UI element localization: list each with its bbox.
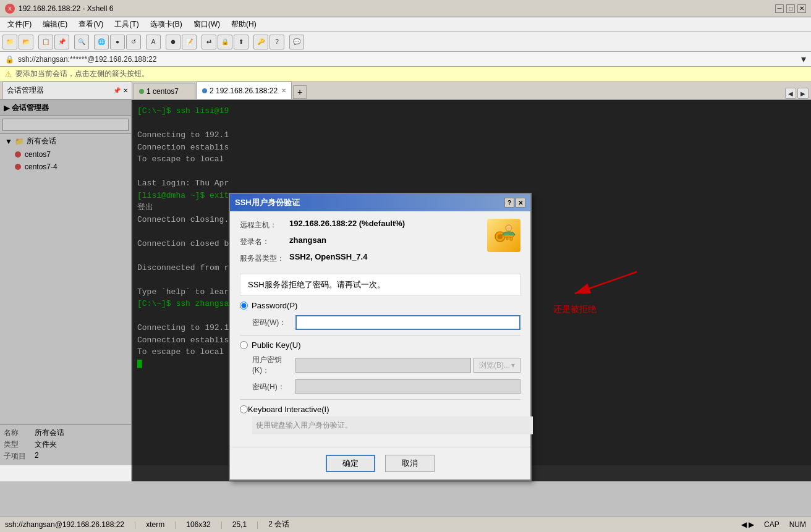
- tab-prev[interactable]: ◀: [785, 88, 796, 99]
- tab-192[interactable]: 2 192.168.26.188:22 ✕: [197, 82, 292, 99]
- dialog-close-button[interactable]: ✕: [516, 198, 525, 208]
- dialog-userkey-field-row: 用户密钥(K)： 浏览(B)... ▾: [252, 355, 520, 376]
- status-caps: CAP: [764, 520, 779, 529]
- menu-tools[interactable]: 工具(T): [109, 18, 143, 31]
- toolbar-transfer[interactable]: ⇄: [202, 35, 216, 49]
- toolbar-copy[interactable]: 📋: [38, 35, 53, 49]
- dialog-keyboard-radio-row: Keyboard Interactive(I): [240, 405, 520, 414]
- address-text: ssh://zhangsan:******@192.168.26.188:22: [18, 55, 156, 64]
- svg-point-5: [506, 225, 512, 231]
- dialog-browse-button[interactable]: 浏览(B)... ▾: [473, 358, 520, 373]
- menu-tabs[interactable]: 选项卡(B): [145, 18, 187, 31]
- toolbar-upload[interactable]: ⬆: [234, 35, 248, 49]
- toolbar-sftp[interactable]: 🔒: [218, 35, 232, 49]
- tab-next[interactable]: ▶: [797, 88, 809, 99]
- dialog-buttons: ? ✕: [504, 198, 525, 208]
- dialog-pubkey-section: Public Key(U) 用户密钥(K)： 浏览(B)... ▾ 密码(H)：: [240, 340, 520, 394]
- menu-file[interactable]: 文件(F): [2, 18, 36, 31]
- dialog-passphrase-input: [295, 379, 520, 394]
- tab-dot: [139, 89, 144, 94]
- dialog-error-bar: SSH服务器拒绝了密码。请再试一次。: [240, 274, 520, 296]
- dialog-password-radio-row: Password(P): [240, 301, 520, 310]
- dialog-remote-host-row: 远程主机： 192.168.26.188:22 (%default%): [240, 219, 487, 230]
- window-controls: ─ □ ✕: [775, 4, 806, 13]
- dialog-cancel-button[interactable]: 取消: [385, 455, 435, 472]
- toolbar-new[interactable]: 📁: [2, 35, 17, 49]
- tab-nav-buttons: ◀ ▶: [785, 88, 809, 99]
- toolbar-search[interactable]: 🔍: [74, 35, 89, 49]
- menu-bar: 文件(F) 编辑(E) 查看(V) 工具(T) 选项卡(B) 窗口(W) 帮助(…: [0, 17, 811, 32]
- status-nav-right[interactable]: ▶: [749, 520, 754, 529]
- minimize-button[interactable]: ─: [775, 4, 784, 13]
- dialog-divider-1: [240, 335, 520, 336]
- dialog-service-type-row: 服务器类型： SSH2, OpenSSH_7.4: [240, 252, 487, 264]
- dialog-body: 远程主机： 192.168.26.188:22 (%default%) 登录名：…: [230, 211, 530, 447]
- toolbar-connect[interactable]: 🌐: [94, 35, 109, 49]
- svg-point-1: [498, 234, 503, 239]
- toolbar-disconnect[interactable]: ●: [110, 35, 125, 49]
- tab-dot: [202, 88, 207, 93]
- dialog-footer: 确定 取消: [230, 447, 530, 479]
- dialog-avatar: [487, 219, 520, 252]
- session-panel-close[interactable]: ✕: [123, 87, 128, 94]
- session-panel-pin[interactable]: 📌: [113, 87, 121, 94]
- dialog-divider-2: [240, 399, 520, 400]
- toolbar-rec[interactable]: ⏺: [166, 35, 180, 49]
- tab-label: 2 192.168.26.188:22: [210, 87, 278, 95]
- status-terminal-type: xterm: [146, 520, 164, 529]
- dialog-ok-button[interactable]: 确定: [326, 455, 375, 472]
- menu-edit[interactable]: 编辑(E): [38, 18, 72, 31]
- tab-close-button[interactable]: ✕: [281, 87, 286, 94]
- address-bar: 🔒 ssh://zhangsan:******@192.168.26.188:2…: [0, 52, 811, 67]
- toolbar-paste[interactable]: 📌: [54, 35, 69, 49]
- svg-rect-3: [510, 237, 512, 240]
- toolbar-key[interactable]: 🔑: [253, 35, 268, 49]
- dialog-keyboard-radio[interactable]: [240, 405, 248, 413]
- modal-overlay: SSH用户身份验证 ? ✕ 远程主机： 192.168.26.188:22 (%…: [0, 100, 811, 465]
- dialog-pubkey-radio[interactable]: [240, 341, 248, 349]
- tab-add-button[interactable]: +: [293, 85, 307, 99]
- address-dropdown[interactable]: ▾: [801, 53, 806, 65]
- dialog-remote-host-value: 192.168.26.188:22 (%default%): [289, 219, 405, 228]
- status-position: 25,1: [232, 520, 247, 529]
- close-button[interactable]: ✕: [797, 4, 806, 13]
- toolbar-reconnect[interactable]: ↺: [126, 35, 141, 49]
- status-bar: ssh://zhangsan@192.168.26.188:22 | xterm…: [0, 516, 811, 532]
- menu-view[interactable]: 查看(V): [74, 18, 108, 31]
- dialog-password-radio[interactable]: [240, 302, 248, 310]
- tab-centos7[interactable]: 1 centos7: [134, 83, 195, 99]
- title-bar: X 192.168.26.188:22 - Xshell 6 ─ □ ✕: [0, 0, 811, 17]
- toolbar-help[interactable]: ?: [270, 35, 284, 49]
- toolbar-script[interactable]: 📝: [182, 35, 197, 49]
- dialog-service-type-value: SSH2, OpenSSH_7.4: [289, 252, 367, 261]
- toolbar-open[interactable]: 📂: [19, 35, 33, 49]
- window-title: 192.168.26.188:22 - Xshell 6: [19, 4, 775, 13]
- dialog-keyboard-section: Keyboard Interactive(I) 使用键盘输入用户身份验证。: [240, 405, 520, 434]
- svg-rect-4: [506, 237, 508, 240]
- dialog-title: SSH用户身份验证: [235, 197, 504, 208]
- hint-text: 要添加当前会话，点击左侧的箭头按钮。: [15, 69, 149, 79]
- session-panel-tab[interactable]: 会话管理器 📌 ✕: [2, 82, 132, 99]
- dialog-userkey-input: [295, 358, 471, 373]
- dialog-password-section: Password(P) 密码(W)：: [240, 301, 520, 330]
- toolbar-chat[interactable]: 💬: [289, 35, 304, 49]
- status-connection: ssh://zhangsan@192.168.26.188:22: [5, 520, 124, 529]
- dialog-username-value: zhangsan: [289, 235, 326, 245]
- dialog-password-field-row: 密码(W)：: [252, 315, 520, 330]
- dialog-password-input[interactable]: [295, 315, 520, 330]
- dialog-passphrase-label: 密码(H)：: [252, 382, 295, 392]
- dialog-username-row: 登录名： zhangsan: [240, 235, 487, 247]
- dialog-help-button[interactable]: ?: [504, 198, 514, 208]
- session-panel-title: 会话管理器: [7, 85, 111, 96]
- dialog-error-text: SSH服务器拒绝了密码。请再试一次。: [248, 280, 385, 289]
- browse-dropdown-icon: ▾: [511, 361, 515, 369]
- hint-bar: ⚠ 要添加当前会话，点击左侧的箭头按钮。: [0, 67, 811, 82]
- menu-help[interactable]: 帮助(H): [226, 18, 261, 31]
- status-nav-left[interactable]: ◀: [741, 520, 747, 529]
- dialog-title-bar: SSH用户身份验证 ? ✕: [230, 194, 530, 211]
- dialog-pubkey-radio-label: Public Key(U): [252, 340, 300, 350]
- toolbar-font[interactable]: A: [146, 35, 161, 49]
- menu-window[interactable]: 窗口(W): [189, 18, 225, 31]
- tab-label: 1 centos7: [146, 87, 179, 96]
- maximize-button[interactable]: □: [786, 4, 795, 13]
